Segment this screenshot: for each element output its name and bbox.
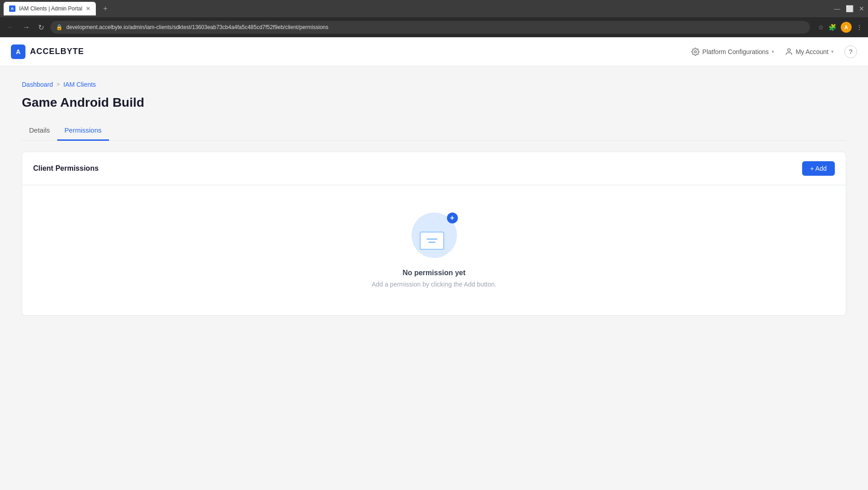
tab-close-btn[interactable]: ✕: [86, 5, 90, 12]
page-title: Game Android Build: [22, 95, 846, 110]
tabs: Details Permissions: [22, 121, 846, 141]
app-header: A ACCELBYTE Platform Configurations ▾ My…: [0, 37, 868, 66]
profile-avatar[interactable]: A: [841, 22, 852, 33]
lock-icon: 🔒: [56, 24, 63, 30]
minimize-btn[interactable]: —: [834, 5, 840, 12]
logo-text: ACCELBYTE: [30, 47, 84, 56]
box-line-2: [428, 242, 436, 243]
bookmark-icon[interactable]: ☆: [818, 24, 824, 31]
my-account-chevron: ▾: [831, 49, 833, 54]
address-bar-actions: ☆ 🧩 A ⋮: [818, 22, 863, 33]
new-tab-btn[interactable]: +: [99, 3, 111, 15]
empty-subtitle: Add a permission by clicking the Add but…: [372, 281, 496, 288]
close-btn[interactable]: ✕: [859, 5, 864, 12]
header-right: Platform Configurations ▾ My Account ▾ ?: [691, 45, 857, 58]
extensions-icon[interactable]: 🧩: [828, 24, 836, 31]
platform-configurations-label: Platform Configurations: [702, 48, 769, 55]
card-title: Client Permissions: [33, 164, 99, 173]
tab-details[interactable]: Details: [22, 121, 57, 141]
logo-icon: A: [11, 45, 25, 59]
maximize-btn[interactable]: ⬜: [846, 5, 853, 12]
empty-title: No permission yet: [402, 269, 466, 277]
platform-configs-chevron: ▾: [772, 49, 774, 54]
empty-illustration: +: [407, 213, 461, 258]
gear-icon: [691, 48, 699, 56]
forward-btn[interactable]: →: [21, 21, 32, 33]
logo-area[interactable]: A ACCELBYTE: [11, 45, 84, 59]
svg-point-1: [788, 49, 790, 51]
platform-configurations-menu[interactable]: Platform Configurations ▾: [691, 48, 774, 56]
card-header: Client Permissions + Add: [22, 152, 846, 185]
help-icon: ?: [849, 48, 853, 55]
breadcrumb-iam-clients[interactable]: IAM Clients: [64, 81, 96, 88]
url-bar[interactable]: 🔒 development.accelbyte.io/admin/iam-cli…: [50, 21, 810, 34]
empty-box-icon: [420, 232, 444, 250]
menu-icon[interactable]: ⋮: [856, 24, 863, 31]
url-text: development.accelbyte.io/admin/iam-clien…: [66, 24, 328, 30]
back-btn[interactable]: ←: [5, 21, 16, 33]
tab-title: IAM Clients | Admin Portal: [19, 5, 82, 12]
box-line-1: [427, 238, 437, 240]
breadcrumb-dashboard[interactable]: Dashboard: [22, 81, 53, 88]
tab-permissions[interactable]: Permissions: [57, 121, 109, 141]
empty-state: + No permission yet Add a permission by …: [22, 185, 846, 315]
reload-btn[interactable]: ↻: [36, 21, 46, 34]
help-button[interactable]: ?: [844, 45, 857, 58]
browser-chrome: A IAM Clients | Admin Portal ✕ + — ⬜ ✕: [0, 0, 868, 17]
breadcrumb: Dashboard > IAM Clients: [22, 81, 846, 88]
user-icon: [785, 48, 793, 56]
tab-favicon: A: [9, 5, 15, 12]
my-account-menu[interactable]: My Account ▾: [785, 48, 833, 56]
my-account-label: My Account: [796, 48, 828, 55]
empty-plus-icon: +: [447, 213, 458, 223]
breadcrumb-separator: >: [57, 81, 60, 88]
client-permissions-card: Client Permissions + Add + No permission…: [22, 152, 846, 316]
add-permission-button[interactable]: + Add: [802, 161, 835, 176]
svg-point-0: [694, 50, 697, 53]
add-button-label: + Add: [810, 165, 827, 172]
browser-tab[interactable]: A IAM Clients | Admin Portal ✕: [4, 2, 96, 15]
address-bar: ← → ↻ 🔒 development.accelbyte.io/admin/i…: [0, 17, 868, 37]
browser-window-controls: — ⬜ ✕: [834, 5, 864, 12]
main-content: Dashboard > IAM Clients Game Android Bui…: [0, 66, 868, 330]
